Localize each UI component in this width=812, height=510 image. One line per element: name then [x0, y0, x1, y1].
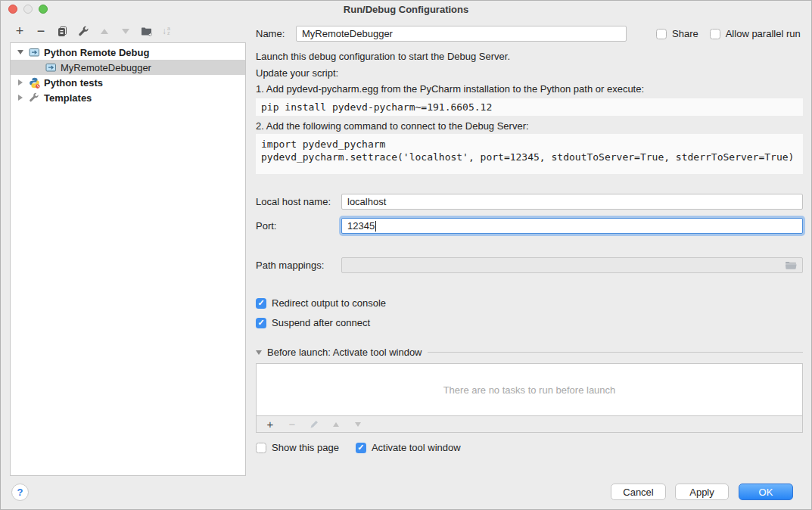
configuration-editor: Name: MyRemoteDebugger Share Allow paral… [256, 17, 803, 453]
name-input[interactable]: MyRemoteDebugger [296, 26, 627, 42]
cancel-button[interactable]: Cancel [611, 484, 666, 500]
help-icon: ? [17, 487, 23, 498]
edit-wrench-icon[interactable] [77, 25, 89, 37]
title-bar: Run/Debug Configurations [1, 1, 811, 17]
templates-wrench-icon [28, 92, 40, 103]
name-label: Name: [256, 28, 296, 39]
redirect-output-checkbox-group[interactable]: ✓ Redirect output to console [256, 297, 803, 309]
activate-tool-window-checkbox[interactable]: ✓ [356, 443, 366, 453]
tree-item-label: Templates [44, 92, 92, 104]
before-launch-empty-text: There are no tasks to run before launch [443, 384, 616, 396]
copy-icon[interactable] [56, 25, 68, 37]
edit-task-icon [308, 418, 320, 431]
show-this-page-label: Show this page [272, 442, 339, 453]
sort-alphabetically-icon: ↓az [162, 26, 170, 36]
suspend-after-connect-checkbox[interactable]: ✓ [256, 318, 266, 328]
page-options-row: Show this page ✓ Activate tool window [256, 442, 803, 453]
allow-parallel-run-checkbox[interactable] [710, 29, 720, 39]
add-task-icon[interactable]: + [264, 418, 276, 431]
instruction-line-2: Update your script: [256, 67, 803, 79]
chevron-right-icon[interactable] [17, 95, 24, 101]
redirect-output-label: Redirect output to console [272, 297, 386, 309]
local-host-value: localhost [347, 196, 386, 207]
remove-icon[interactable]: − [35, 25, 47, 37]
text-caret [375, 221, 376, 232]
port-value: 12345 [347, 220, 375, 232]
ok-button[interactable]: OK [739, 484, 793, 500]
name-value: MyRemoteDebugger [302, 28, 393, 39]
tree-item-python-tests[interactable]: Python tests [11, 75, 245, 90]
share-checkbox-group[interactable]: Share [656, 28, 698, 39]
tree-item-templates[interactable]: Templates [11, 90, 245, 105]
local-host-input[interactable]: localhost [341, 194, 803, 210]
share-checkbox[interactable] [656, 29, 667, 39]
move-down-icon [120, 25, 132, 37]
tree-item-label: MyRemoteDebugger [61, 62, 151, 73]
move-up-icon [98, 25, 110, 37]
instruction-line-1: Launch this debug configuration to start… [256, 51, 803, 62]
minimize-window-icon [23, 5, 33, 14]
chevron-down-icon[interactable] [17, 50, 24, 54]
path-mappings-label: Path mappings: [256, 260, 341, 271]
allow-parallel-run-checkbox-group[interactable]: Allow parallel run [710, 28, 801, 39]
settrace-code-line-2: pydevd_pycharm.settrace('localhost', por… [261, 151, 794, 163]
tree-item-myremotedebugger[interactable]: MyRemoteDebugger [11, 60, 245, 75]
before-launch-header[interactable]: Before launch: Activate tool window [256, 347, 803, 358]
port-input[interactable]: 12345 [341, 218, 803, 234]
activate-tool-window-checkbox-group[interactable]: ✓ Activate tool window [356, 442, 461, 453]
tree-item-label: Python tests [44, 77, 103, 89]
remote-debug-icon [28, 47, 40, 58]
move-task-up-icon [330, 418, 342, 431]
remote-debug-icon [45, 62, 57, 73]
path-mappings-row: Path mappings: [256, 257, 803, 273]
apply-button[interactable]: Apply [675, 484, 729, 500]
python-tests-icon [28, 77, 40, 88]
suspend-after-connect-checkbox-group[interactable]: ✓ Suspend after connect [256, 317, 803, 328]
show-this-page-checkbox[interactable] [256, 443, 266, 453]
name-row: Name: MyRemoteDebugger Share Allow paral… [256, 26, 803, 42]
help-button[interactable]: ? [11, 484, 29, 501]
allow-parallel-run-label: Allow parallel run [726, 28, 801, 39]
port-label: Port: [256, 220, 341, 232]
tree-item-python-remote-debug[interactable]: Python Remote Debug [11, 45, 245, 60]
close-window-icon[interactable] [8, 5, 17, 14]
settrace-code-line-1: import pydevd_pycharm [261, 138, 385, 150]
move-task-down-icon [352, 418, 364, 431]
new-folder-icon[interactable] [141, 25, 153, 37]
local-host-row: Local host name: localhost [256, 194, 803, 210]
window-title: Run/Debug Configurations [344, 4, 468, 15]
redirect-output-checkbox[interactable]: ✓ [256, 298, 266, 309]
configurations-tree: Python Remote Debug MyRemoteDebugger [10, 42, 246, 476]
local-host-label: Local host name: [256, 196, 341, 207]
chevron-right-icon[interactable] [17, 79, 24, 86]
tree-item-label: Python Remote Debug [44, 47, 149, 58]
show-this-page-checkbox-group[interactable]: Show this page [256, 442, 339, 453]
add-icon[interactable]: + [14, 25, 26, 37]
before-launch-task-list[interactable]: There are no tasks to run before launch [256, 363, 803, 416]
before-launch-title: Before launch: Activate tool window [267, 347, 422, 358]
activate-tool-window-label: Activate tool window [372, 442, 461, 453]
header-divider [428, 352, 803, 353]
browse-folder-icon[interactable] [785, 260, 797, 270]
suspend-after-connect-label: Suspend after connect [272, 317, 370, 328]
pip-install-code: pip install pydevd-pycharm~=191.6605.12 [256, 98, 803, 116]
remove-task-icon: − [286, 418, 298, 431]
instruction-step-1: 1. Add pydevd-pycharm.egg from the PyCha… [256, 83, 803, 95]
collapse-triangle-icon[interactable] [256, 350, 262, 355]
window-controls [8, 5, 48, 14]
run-debug-configurations-dialog: Run/Debug Configurations + − ↓az [0, 0, 812, 510]
configurations-toolbar: + − ↓az [14, 24, 170, 38]
zoom-window-icon[interactable] [39, 5, 48, 14]
settrace-code: import pydevd_pycharmpydevd_pycharm.sett… [256, 134, 803, 174]
port-row: Port: 12345 [256, 218, 803, 234]
instruction-step-2: 2. Add the following command to connect … [256, 120, 803, 132]
path-mappings-input[interactable] [341, 257, 803, 273]
share-label: Share [672, 28, 698, 39]
before-launch-toolbar: + − [256, 416, 803, 433]
